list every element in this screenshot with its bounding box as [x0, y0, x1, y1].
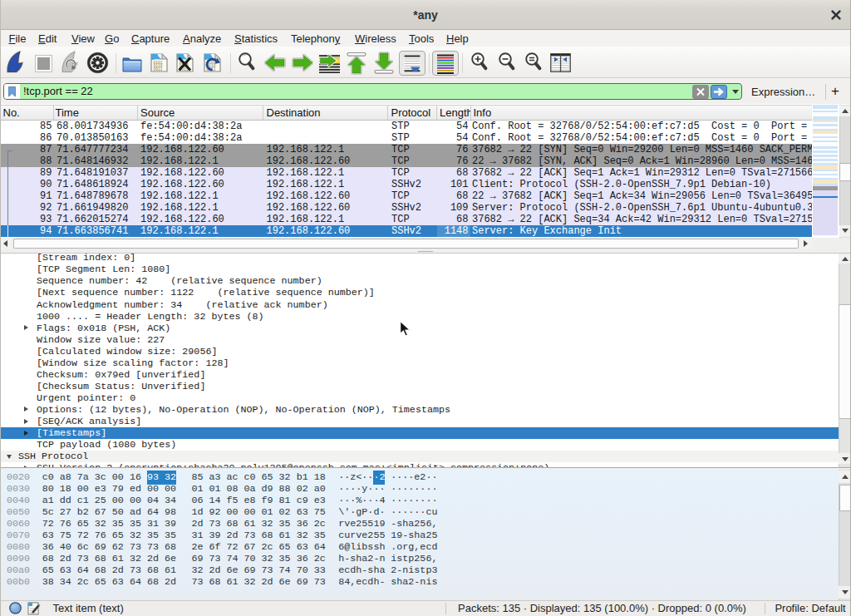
svg-text:0011: 0011 [153, 67, 162, 71]
